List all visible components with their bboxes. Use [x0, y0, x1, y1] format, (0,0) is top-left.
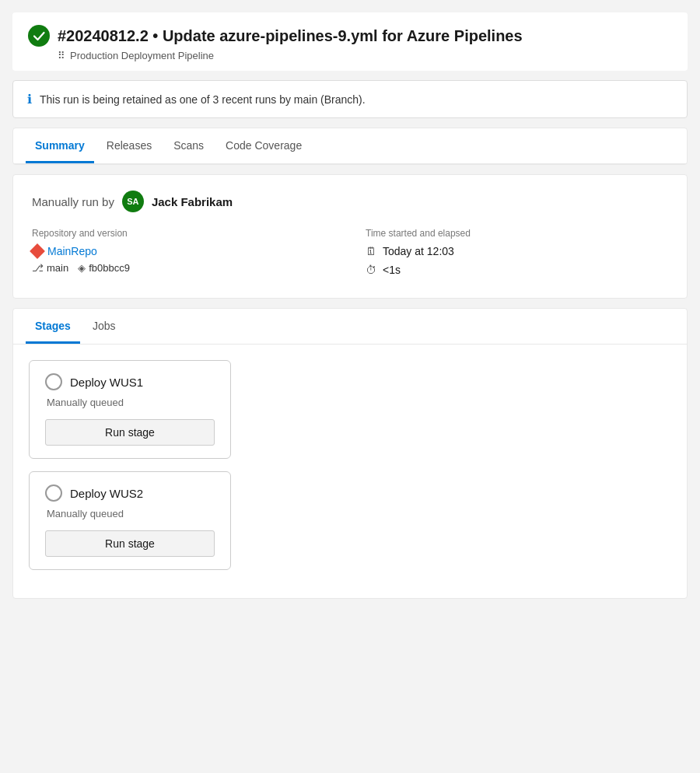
stage-status-icon-wus1 [45, 373, 62, 390]
info-banner-text: This run is being retained as one of 3 r… [40, 93, 366, 106]
repo-diamond-icon [30, 243, 45, 259]
stage-name-wus2: Deploy WUS2 [70, 487, 143, 500]
branch-icon: ⎇ [32, 262, 44, 274]
pipeline-icon: ⠿ [58, 50, 65, 61]
calendar-icon: 🗓 [366, 245, 376, 257]
pipeline-name: Production Deployment Pipeline [70, 50, 214, 61]
tab-jobs[interactable]: Jobs [83, 309, 125, 344]
page-title: #20240812.2 • Update azure-pipelines-9.y… [58, 27, 523, 45]
commit-hash: fb0bbcc9 [89, 262, 130, 274]
stage-status-wus2: Manually queued [47, 508, 215, 519]
avatar: SA [122, 191, 144, 212]
time-info-col: Time started and elapsed 🗓 Today at 12:0… [350, 228, 668, 282]
stage-status-wus1: Manually queued [47, 397, 215, 408]
summary-card: Manually run by SA Jack Fabrikam Reposit… [12, 174, 688, 299]
tab-summary[interactable]: Summary [26, 128, 94, 163]
run-stage-button-wus1[interactable]: Run stage [45, 419, 215, 446]
tab-code-coverage[interactable]: Code Coverage [216, 128, 311, 163]
stages-content: Deploy WUS1 Manually queued Run stage De… [13, 345, 687, 598]
tab-releases[interactable]: Releases [97, 128, 161, 163]
elapsed-row: ⏱ <1s [366, 264, 668, 276]
info-icon: ℹ [27, 92, 32, 107]
tab-stages[interactable]: Stages [26, 309, 80, 344]
svg-point-0 [28, 25, 50, 47]
branch-item: ⎇ main [32, 262, 68, 274]
stage-card-wus1: Deploy WUS1 Manually queued Run stage [29, 360, 231, 459]
time-started: Today at 12:03 [383, 245, 454, 257]
time-started-row: 🗓 Today at 12:03 [366, 245, 668, 257]
repo-label: Repository and version [32, 228, 334, 239]
info-banner: ℹ This run is being retained as one of 3… [12, 80, 688, 118]
stages-tabs-nav: Stages Jobs [13, 309, 687, 345]
commit-item: ◈ fb0bbcc9 [78, 262, 130, 274]
branch-name: main [47, 262, 68, 274]
stage-card-wus2: Deploy WUS2 Manually queued Run stage [29, 471, 231, 570]
tab-scans[interactable]: Scans [164, 128, 213, 163]
branch-row: ⎇ main ◈ fb0bbcc9 [32, 262, 334, 274]
commit-icon: ◈ [78, 262, 86, 274]
stage-status-icon-wus2 [45, 484, 62, 502]
time-label: Time started and elapsed [366, 228, 668, 239]
run-by-row: Manually run by SA Jack Fabrikam [32, 191, 668, 212]
elapsed-time: <1s [383, 264, 401, 276]
user-name: Jack Fabrikam [152, 195, 233, 208]
run-stage-button-wus2[interactable]: Run stage [45, 530, 215, 557]
clock-icon: ⏱ [366, 264, 376, 276]
stages-section: Stages Jobs Deploy WUS1 Manually queued … [12, 308, 688, 599]
success-icon [28, 25, 50, 47]
repo-info-col: Repository and version MainRepo ⎇ main ◈… [32, 228, 350, 282]
main-tabs-nav: Summary Releases Scans Code Coverage [13, 128, 687, 164]
stage-title-row-wus1: Deploy WUS1 [45, 373, 215, 390]
stage-title-row-wus2: Deploy WUS2 [45, 484, 215, 502]
tabs-section: Summary Releases Scans Code Coverage [12, 128, 688, 165]
repo-link[interactable]: MainRepo [32, 245, 334, 257]
run-by-prefix: Manually run by [32, 195, 114, 208]
stage-name-wus1: Deploy WUS1 [70, 376, 143, 389]
repo-name: MainRepo [47, 245, 97, 257]
